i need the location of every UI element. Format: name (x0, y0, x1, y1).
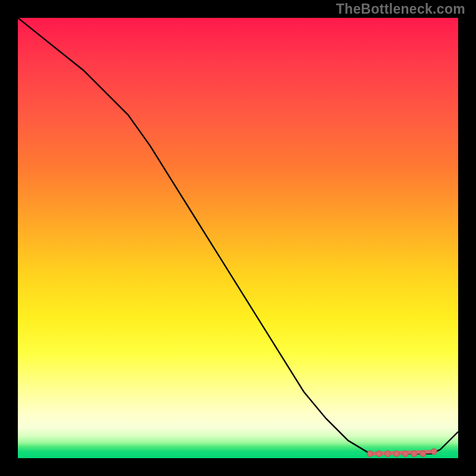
chart-overlay (18, 18, 458, 458)
curve-markers (367, 449, 437, 457)
bottleneck-curve (18, 18, 458, 454)
marker-dot (376, 451, 382, 457)
marker-dot (402, 451, 408, 457)
watermark-text: TheBottleneck.com (336, 1, 465, 17)
marker-dot (420, 451, 426, 457)
marker-dot (367, 451, 373, 457)
marker-dot (431, 449, 437, 455)
marker-dot (393, 451, 399, 457)
marker-dot (411, 451, 417, 457)
marker-dot (385, 451, 391, 457)
